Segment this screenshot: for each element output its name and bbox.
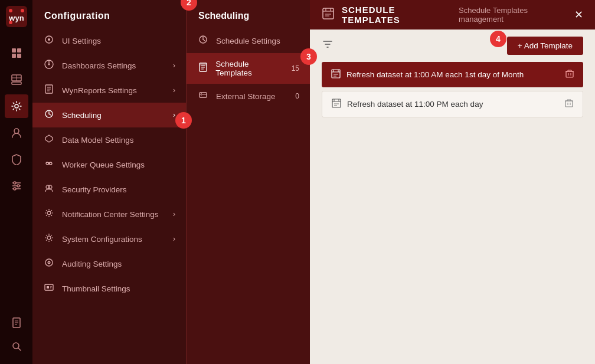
thumbnail-settings-item[interactable]: Thumbnail Settings: [32, 276, 186, 301]
svg-point-42: [48, 185, 52, 189]
close-button[interactable]: ✕: [574, 8, 583, 21]
search-icon[interactable]: [5, 335, 28, 358]
external-storage-item[interactable]: External Storage 0: [187, 84, 310, 109]
home-icon[interactable]: [5, 41, 28, 65]
schedule-settings-item[interactable]: Schedule Settings: [187, 28, 310, 53]
svg-rect-6: [17, 48, 21, 53]
user-icon[interactable]: [5, 121, 28, 145]
main-header: SCHEDULE TEMPLATES Schedule Templates ma…: [310, 0, 595, 29]
security-providers-icon: [43, 183, 55, 195]
dashboards-settings-item[interactable]: Dashboards Settings ›: [32, 53, 186, 78]
svg-point-13: [15, 104, 18, 108]
svg-point-30: [48, 64, 50, 65]
svg-line-54: [203, 40, 205, 41]
thumbnail-settings-label: Thumbnail Settings: [62, 284, 130, 293]
svg-point-2: [9, 9, 12, 12]
wynreports-settings-item[interactable]: WynReports Settings ›: [32, 78, 186, 103]
svg-point-47: [48, 262, 50, 263]
main-header-title: SCHEDULE TEMPLATES: [342, 5, 449, 25]
thumbnail-settings-icon: [43, 283, 55, 294]
document-icon[interactable]: [5, 311, 28, 335]
scheduling-item[interactable]: Scheduling ›: [32, 103, 186, 127]
ui-settings-label: UI Settings: [62, 37, 101, 45]
shield-icon[interactable]: [5, 147, 28, 171]
security-providers-item[interactable]: Security Providers: [32, 177, 186, 202]
icon-bar: wyn: [0, 0, 32, 364]
svg-rect-89: [565, 101, 573, 107]
svg-point-40: [50, 162, 52, 165]
step-badge-4: 4: [490, 31, 506, 47]
svg-rect-8: [17, 54, 21, 58]
templates-list: Refresh dataset at 1:00 AM each 1st day …: [310, 62, 595, 117]
filter-icon[interactable]: [322, 38, 334, 53]
scheduling-panel-header: Scheduling: [187, 0, 310, 28]
template-item[interactable]: Refresh dataset at 1:00 AM each 1st day …: [322, 62, 583, 87]
app-logo: wyn: [6, 6, 27, 29]
system-configurations-item[interactable]: System Configurations ›: [32, 227, 186, 251]
notification-center-settings-label: Notification Center Settings: [62, 210, 159, 219]
scheduling-label: Scheduling: [62, 111, 102, 120]
template-item-text: Refresh dataset at 1:00 AM each 1st day …: [346, 70, 560, 79]
external-storage-badge: 0: [295, 92, 299, 100]
svg-point-3: [21, 9, 24, 12]
icon-bar-bottom: [5, 311, 28, 358]
settings-icon[interactable]: [5, 94, 28, 118]
svg-point-39: [46, 162, 48, 165]
wynreports-chevron-icon: ›: [173, 86, 175, 94]
template-item[interactable]: Refresh dataset at 11:00 PM each day: [322, 91, 583, 117]
add-template-button[interactable]: + Add Template: [507, 37, 583, 55]
template-delete-button[interactable]: [565, 99, 573, 109]
sliders-icon[interactable]: [5, 174, 28, 198]
auditing-settings-item[interactable]: Auditing Settings: [32, 251, 186, 276]
template-item-icon: [332, 99, 341, 110]
dashboards-settings-label: Dashboards Settings: [62, 61, 136, 70]
schedule-templates-item[interactable]: Schedule Templates 15: [187, 53, 310, 84]
template-delete-button[interactable]: [565, 70, 574, 80]
step-badge-3: 3: [300, 48, 317, 65]
schedule-templates-badge: 15: [292, 64, 299, 73]
wynreports-settings-label: WynReports Settings: [62, 86, 137, 95]
svg-line-37: [49, 114, 51, 115]
worker-queue-icon: [43, 159, 55, 170]
main-toolbar: 4 + Add Template: [310, 29, 595, 62]
security-providers-label: Security Providers: [62, 185, 127, 194]
svg-rect-49: [47, 286, 49, 288]
svg-line-26: [18, 348, 21, 350]
scheduling-panel: 2 3 Scheduling Schedule Settings Schedul…: [186, 0, 310, 364]
dashboards-icon: [43, 60, 55, 71]
schedule-settings-label: Schedule Settings: [216, 37, 280, 45]
worker-queue-settings-label: Worker Queue Settings: [62, 160, 145, 169]
schedule-templates-icon: [197, 63, 208, 74]
dashboard-icon[interactable]: [5, 68, 28, 91]
schedule-settings-icon: [197, 35, 209, 47]
notification-center-icon: [43, 208, 55, 220]
svg-rect-5: [12, 48, 16, 53]
system-configurations-chevron-icon: ›: [173, 235, 175, 243]
svg-point-63: [201, 95, 201, 96]
svg-rect-83: [332, 99, 341, 107]
svg-point-28: [48, 38, 50, 41]
svg-point-62: [201, 93, 201, 94]
schedule-templates-label: Schedule Templates: [215, 60, 284, 77]
svg-rect-60: [200, 93, 207, 97]
system-configurations-icon: [43, 233, 55, 245]
svg-point-43: [47, 211, 51, 215]
main-content: SCHEDULE TEMPLATES Schedule Templates ma…: [310, 0, 595, 364]
ui-settings-item[interactable]: UI Settings: [32, 28, 186, 53]
svg-rect-12: [12, 82, 21, 84]
svg-point-4: [9, 21, 12, 24]
auditing-settings-label: Auditing Settings: [62, 260, 122, 268]
external-storage-icon: [197, 90, 209, 102]
svg-point-14: [14, 129, 19, 133]
svg-rect-76: [566, 71, 573, 77]
main-header-icon: [322, 7, 335, 23]
template-item-text: Refresh dataset at 11:00 PM each day: [347, 100, 559, 109]
notification-center-settings-item[interactable]: Notification Center Settings ›: [32, 202, 186, 227]
data-model-settings-label: Data Model Settings: [62, 136, 134, 145]
worker-queue-settings-item[interactable]: Worker Queue Settings: [32, 152, 186, 177]
config-panel-header: Configuration: [32, 0, 186, 28]
data-model-settings-item[interactable]: Data Model Settings: [32, 127, 186, 152]
svg-point-19: [17, 185, 19, 187]
system-configurations-label: System Configurations: [62, 235, 142, 244]
svg-point-18: [14, 182, 16, 184]
